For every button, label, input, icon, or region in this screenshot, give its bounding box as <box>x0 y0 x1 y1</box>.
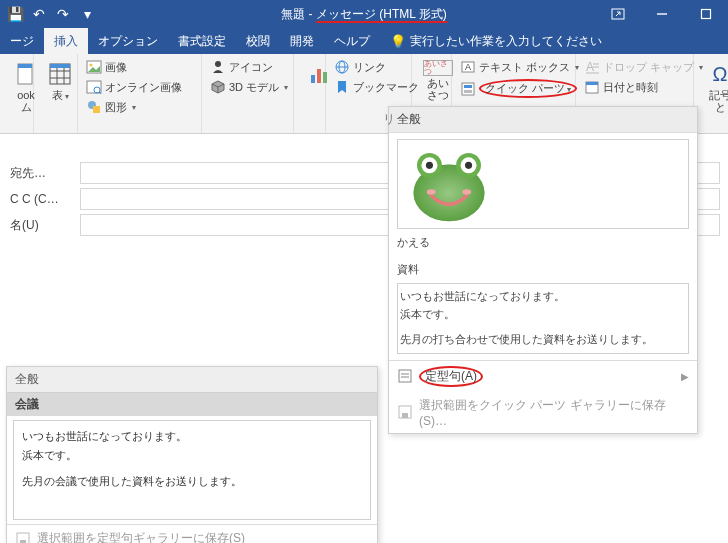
calendar-icon <box>584 79 600 95</box>
save-gallery-icon <box>15 531 31 544</box>
group-symbols: Ω 記号と <box>694 54 728 133</box>
symbol-button[interactable]: Ω 記号と <box>700 58 728 115</box>
icons-button[interactable]: アイコン <box>208 58 287 76</box>
cc-label[interactable]: C C (C… <box>0 192 80 206</box>
svg-rect-55 <box>402 413 408 418</box>
entry-title-shiryou: 資料 <box>397 260 689 279</box>
3d-models-button[interactable]: 3D モデル <box>208 78 287 96</box>
quick-access-toolbar: 💾 ↶ ↷ ▾ <box>0 5 96 23</box>
table-icon <box>46 60 74 88</box>
qat-customize-icon[interactable]: ▾ <box>78 5 96 23</box>
online-pictures-button[interactable]: オンライン画像 <box>84 78 195 96</box>
submenu-arrow-icon: ▶ <box>681 371 689 382</box>
svg-rect-25 <box>317 69 321 83</box>
tab-format-text[interactable]: 書式設定 <box>168 28 236 54</box>
svg-rect-32 <box>462 83 474 95</box>
svg-rect-20 <box>93 106 100 113</box>
quick-parts-category-header: リ 全般 <box>389 107 697 133</box>
tab-message[interactable]: ージ <box>0 28 44 54</box>
pictures-button[interactable]: 画像 <box>84 58 195 76</box>
quick-parts-gallery-popup: リ 全般 かえる 資料 いつもお世話になっております。 浜本です。 <box>388 106 698 434</box>
svg-rect-40 <box>586 82 598 85</box>
quick-parts-button[interactable]: クイック パーツ <box>458 78 569 99</box>
lightbulb-icon: 💡 <box>390 34 406 49</box>
save-gallery-icon <box>397 404 413 420</box>
table-button[interactable]: 表 <box>40 58 80 104</box>
maximize-button[interactable] <box>684 0 728 28</box>
svg-rect-51 <box>399 370 411 382</box>
drop-cap-button[interactable]: A ドロップ キャップ <box>582 58 687 76</box>
quick-parts-body: かえる 資料 いつもお世話になっております。 浜本です。 先月の打ち合わせで使用… <box>389 133 697 360</box>
tab-insert[interactable]: 挿入 <box>44 28 88 54</box>
cube-icon <box>210 79 226 95</box>
autotext-save-footer: 選択範囲を定型句ギャラリーに保存(S) <box>7 524 377 543</box>
svg-point-49 <box>427 189 436 194</box>
greeting-icon: あいさつ <box>423 60 453 76</box>
svg-point-15 <box>90 64 93 67</box>
frog-icon <box>404 144 494 224</box>
ribbon-tabs: ージ 挿入 オプション 書式設定 校閲 開発 ヘルプ 💡 実行したい作業を入力し… <box>0 28 728 54</box>
entry-title-kaeru: かえる <box>397 233 689 252</box>
svg-rect-5 <box>702 10 711 19</box>
online-pictures-icon <box>86 79 102 95</box>
bookmark-icon <box>334 79 350 95</box>
title-bar: 💾 ↶ ↷ ▾ 無題 - メッセージ (HTML 形式) <box>0 0 728 28</box>
bookmark-button[interactable]: ブックマーク <box>332 78 405 96</box>
date-time-button[interactable]: 日付と時刻 <box>582 78 687 96</box>
svg-rect-7 <box>18 64 32 68</box>
subject-label: 名(U) <box>0 217 80 234</box>
quick-parts-highlight: クイック パーツ <box>479 79 577 98</box>
undo-icon[interactable]: ↶ <box>30 5 48 23</box>
minimize-button[interactable] <box>640 0 684 28</box>
document-format: メッセージ (HTML 形式) <box>316 7 447 23</box>
autotext-gallery-popup: 全般 会議 いつもお世話になっております。 浜本です。 先月の会議で使用した資料… <box>6 366 378 543</box>
group-illustrations-1: 画像 オンライン画像 図形 <box>78 54 202 133</box>
tab-developer[interactable]: 開発 <box>280 28 324 54</box>
svg-point-50 <box>462 189 471 194</box>
picture-icon <box>86 59 102 75</box>
quick-parts-entry-shiryou[interactable]: いつもお世話になっております。 浜本です。 先月の打ち合わせで使用した資料をお送… <box>397 283 689 354</box>
autotext-category-header: 全般 <box>7 367 377 392</box>
svg-point-48 <box>465 162 472 169</box>
autotext-entry-title: 会議 <box>7 392 377 416</box>
to-label[interactable]: 宛先… <box>0 165 80 182</box>
svg-text:A: A <box>586 60 594 74</box>
icons-icon <box>210 59 226 75</box>
drop-cap-icon: A <box>584 59 600 75</box>
link-button[interactable]: リンク <box>332 58 405 76</box>
tab-options[interactable]: オプション <box>88 28 168 54</box>
autotext-menu-item[interactable]: 定型句(A) ▶ <box>389 361 697 392</box>
group-outlook-item: ook ム <box>0 54 34 133</box>
quick-parts-menu: 定型句(A) ▶ 選択範囲をクイック パーツ ギャラリーに保存(S)… <box>389 360 697 433</box>
svg-point-47 <box>426 162 433 169</box>
svg-rect-13 <box>50 64 70 68</box>
svg-rect-34 <box>464 90 472 93</box>
shapes-icon <box>86 99 102 115</box>
svg-rect-33 <box>464 85 472 88</box>
autotext-entry-kaigi[interactable]: いつもお世話になっております。 浜本です。 先月の会議で使用した資料をお送りしま… <box>13 420 371 520</box>
svg-text:A: A <box>465 62 471 72</box>
text-box-icon: A <box>460 59 476 75</box>
group-illustrations-2: アイコン 3D モデル <box>202 54 294 133</box>
autotext-highlight: 定型句(A) <box>419 366 483 387</box>
quick-parts-icon <box>460 81 476 97</box>
svg-point-21 <box>215 61 221 67</box>
document-name: 無題 <box>281 7 305 21</box>
save-selection-menu-item: 選択範囲をクイック パーツ ギャラリーに保存(S)… <box>389 392 697 433</box>
text-box-button[interactable]: A テキスト ボックス <box>458 58 569 76</box>
link-icon <box>334 59 350 75</box>
tell-me-box[interactable]: 💡 実行したい作業を入力してください <box>380 28 612 54</box>
window-controls <box>596 0 728 28</box>
tab-help[interactable]: ヘルプ <box>324 28 380 54</box>
save-icon[interactable]: 💾 <box>6 5 24 23</box>
group-table: 表 <box>34 54 78 133</box>
ribbon-display-options-icon[interactable] <box>596 0 640 28</box>
svg-rect-57 <box>20 540 26 544</box>
shapes-button[interactable]: 図形 <box>84 98 195 116</box>
omega-icon: Ω <box>706 60 728 88</box>
window-title: 無題 - メッセージ (HTML 形式) <box>281 6 447 23</box>
tab-review[interactable]: 校閲 <box>236 28 280 54</box>
group-chart <box>294 54 326 133</box>
redo-icon[interactable]: ↷ <box>54 5 72 23</box>
quick-parts-entry-kaeru[interactable] <box>397 139 689 229</box>
